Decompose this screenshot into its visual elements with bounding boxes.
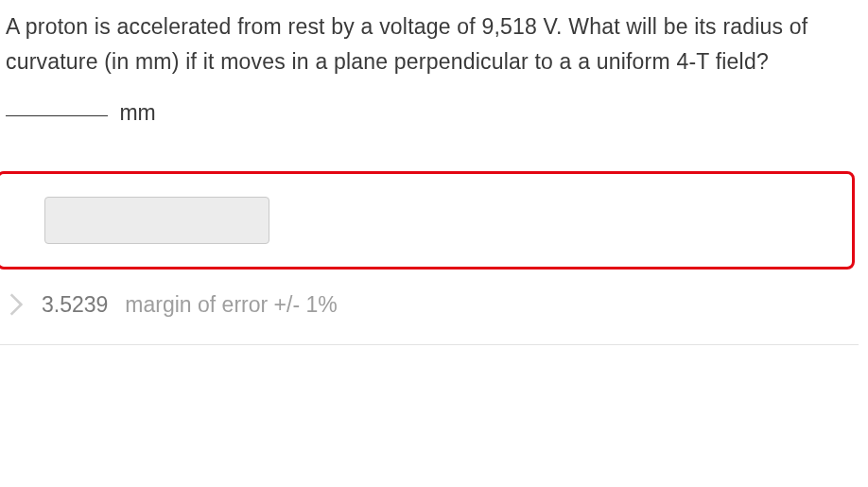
chevron-right-icon xyxy=(9,293,23,316)
fill-blank-row: mm xyxy=(0,79,868,126)
question-prompt: A proton is accelerated from rest by a v… xyxy=(0,0,868,79)
correct-answer-value: 3.5239 xyxy=(42,292,108,318)
blank-line xyxy=(6,115,108,116)
section-divider xyxy=(0,344,859,345)
result-row: 3.5239 margin of error +/- 1% xyxy=(0,270,868,318)
margin-of-error-label: margin of error +/- 1% xyxy=(125,292,337,318)
unit-label: mm xyxy=(119,100,155,125)
answer-input[interactable] xyxy=(44,197,269,244)
answer-region xyxy=(0,171,855,270)
